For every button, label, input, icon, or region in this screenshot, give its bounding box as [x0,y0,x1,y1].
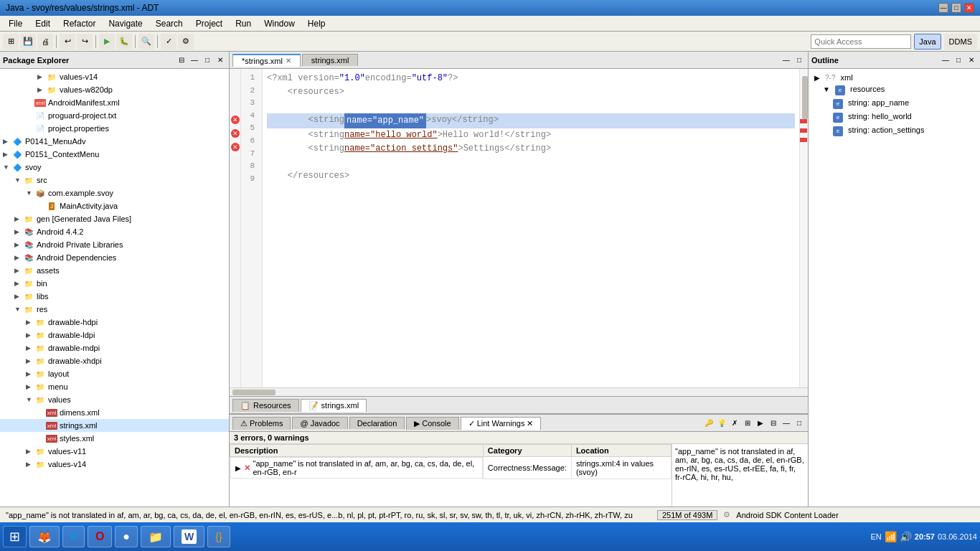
bp-toolbar-btn-6[interactable]: ⊟ [768,418,779,429]
tree-item-private-libs[interactable]: ▶ 📚 Android Private Libraries [0,238,229,251]
menu-project[interactable]: Project [190,17,228,30]
outline-action-settings[interactable]: e string: action_settings [811,124,977,138]
tree-item-values-w820dp[interactable]: ▶ 📁 values-w820dp [0,83,229,96]
start-button[interactable]: ⊞ [3,526,27,547]
tree-item-project-properties[interactable]: 📄 project.properties [0,122,229,135]
editor-tab-strings[interactable]: strings.xml [302,54,359,66]
tree-item-src[interactable]: ▼ 📁 src [0,174,229,187]
menu-window[interactable]: Window [258,17,301,30]
maximize-button[interactable]: □ [951,3,961,13]
toolbar-btn-2[interactable]: 💾 [20,34,36,50]
outline-hello-world[interactable]: e string: hello_world [811,110,977,124]
bp-toolbar-btn-4[interactable]: ⊞ [742,418,753,429]
perspective-btn-java[interactable]: Java [914,34,941,50]
toolbar-btn-debug[interactable]: 🐛 [116,34,132,50]
toolbar-btn-6[interactable]: ⚙ [178,34,194,50]
tree-item-android442[interactable]: ▶ 📚 Android 4.4.2 [0,225,229,238]
status-memory[interactable]: 251M of 493M [657,510,717,520]
tab-strings-xml[interactable]: 📝 strings.xml [301,399,367,412]
tree-item-values-v11[interactable]: ▶ 📁 values-v11 [0,445,229,458]
menu-search[interactable]: Search [150,17,189,30]
tree-item-drawable-ldpi[interactable]: ▶ 📁 drawable-ldpi [0,329,229,342]
outline-xml[interactable]: ▶ ?-? xml [811,72,977,83]
bp-toolbar-btn-3[interactable]: ✗ [729,418,740,429]
bp-minimize-btn[interactable]: — [781,418,792,429]
bp-tab-problems[interactable]: ⚠ Problems [232,417,291,430]
pe-collapse-btn[interactable]: ⊟ [176,55,187,66]
tree-item-drawable-hdpi[interactable]: ▶ 📁 drawable-hdpi [0,316,229,329]
menu-help[interactable]: Help [302,17,331,30]
tree-item-values-v14-top[interactable]: ▶ 📁 values-v14 [0,70,229,83]
tree-item-assets[interactable]: ▶ 📁 assets [0,264,229,277]
close-tab-icon[interactable]: ✕ [286,57,291,65]
toolbar-btn-3[interactable]: 🖨 [37,34,53,50]
tree-item-proguard[interactable]: 📄 proguard-project.txt [0,109,229,122]
tree-item-styles[interactable]: xml styles.xml [0,432,229,445]
bp-tab-console[interactable]: ▶ Console [406,417,458,430]
editor-minimize-btn[interactable]: — [781,55,792,66]
bp-maximize-btn[interactable]: □ [793,418,805,429]
bp-toolbar-btn-1[interactable]: 🔑 [703,418,715,429]
tree-item-android-deps[interactable]: ▶ 📚 Android Dependencies [0,251,229,264]
taskbar-word[interactable]: W [174,526,204,547]
toolbar-btn-search[interactable]: 🔍 [138,34,154,50]
tree-item-p0151[interactable]: ▶ 🔷 P0151_ContextMenu [0,148,229,161]
expand-icon[interactable]: ▶ [235,464,241,472]
tree-item-package[interactable]: ▼ 📦 com.example.svoy [0,187,229,199]
outline-minimize-btn[interactable]: — [940,55,951,66]
tree-item-menu[interactable]: ▶ 📁 menu [0,380,229,393]
tree-item-mainactivity[interactable]: J MainActivity.java [0,199,229,212]
outline-maximize-btn[interactable]: □ [953,55,964,66]
outline-resources[interactable]: ▼ e resources [811,83,977,97]
toolbar-btn-1[interactable]: ⊞ [3,34,19,50]
menu-refactor[interactable]: Refactor [57,17,101,30]
pe-close-btn[interactable]: ✕ [215,55,226,66]
tree-item-drawable-mdpi[interactable]: ▶ 📁 drawable-mdpi [0,342,229,354]
toolbar-btn-5a[interactable]: ✓ [161,34,176,50]
menu-edit[interactable]: Edit [29,17,56,30]
lint-row-1-expand[interactable]: ▶ ✕ "app_name" is not translated in af, … [230,457,483,479]
bp-tab-lint[interactable]: ✓ Lint Warnings ✕ [461,417,542,430]
outline-close-btn[interactable]: ✕ [966,55,977,66]
tree-item-values-v14-bottom[interactable]: ▶ 📁 values-v14 [0,458,229,471]
taskbar-chrome[interactable]: ● [115,526,138,547]
bp-toolbar-btn-2[interactable]: 💡 [716,418,727,429]
toolbar-btn-5[interactable]: ↪ [77,34,93,50]
tree-item-p0141[interactable]: ▶ 🔷 P0141_MenuAdv [0,135,229,148]
tree-item-libs[interactable]: ▶ 📁 libs [0,290,229,303]
tree-item-values[interactable]: ▼ 📁 values [0,393,229,406]
taskbar-app[interactable]: {} [207,526,230,547]
minimize-button[interactable]: — [938,3,948,13]
outline-app-name[interactable]: e string: app_name [811,97,977,110]
menu-run[interactable]: Run [230,17,257,30]
menu-file[interactable]: File [3,17,28,30]
taskbar-ie[interactable]: e [62,526,85,547]
tree-item-gen[interactable]: ▶ 📁 gen [Generated Java Files] [0,212,229,225]
lint-row-1[interactable]: ▶ ✕ "app_name" is not translated in af, … [230,457,672,479]
tree-item-strings-active[interactable]: xml strings.xml [0,419,229,432]
close-lint-tab-icon[interactable]: ✕ [527,419,533,428]
tree-item-bin[interactable]: ▶ 📁 bin [0,277,229,290]
h-scrollbar-thumb[interactable] [232,390,275,395]
code-content[interactable]: <?xml version="1.0" encoding="utf-8"?> <… [263,69,799,387]
taskbar-opera[interactable]: O [88,526,112,547]
close-button[interactable]: ✕ [964,3,974,13]
bp-tab-declaration[interactable]: Declaration [349,417,405,429]
taskbar-explorer[interactable]: 📁 [141,526,171,547]
tree-item-androidmanifest[interactable]: xml AndroidManifest.xml [0,96,229,109]
editor-maximize-btn[interactable]: □ [793,55,805,66]
editor-scrollbar[interactable] [802,76,808,119]
toolbar-btn-run[interactable]: ▶ [99,34,115,50]
pe-maximize-btn[interactable]: □ [202,55,213,66]
tab-resources[interactable]: 📋 Resources [232,399,299,412]
taskbar-firefox[interactable]: 🦊 [29,526,60,547]
tree-item-drawable-xhdpi[interactable]: ▶ 📁 drawable-xhdpi [0,354,229,367]
toolbar-btn-4[interactable]: ↩ [60,34,75,50]
perspective-btn-ddms[interactable]: DDMS [944,34,977,50]
tree-item-svoy[interactable]: ▼ 🔷 svoy [0,161,229,174]
quick-access-input[interactable] [811,34,911,49]
pe-minimize-btn[interactable]: — [189,55,200,66]
editor-tab-strings-modified[interactable]: *strings.xml ✕ [232,54,301,67]
horizontal-scrollbar[interactable] [230,387,808,396]
menu-navigate[interactable]: Navigate [103,17,148,30]
